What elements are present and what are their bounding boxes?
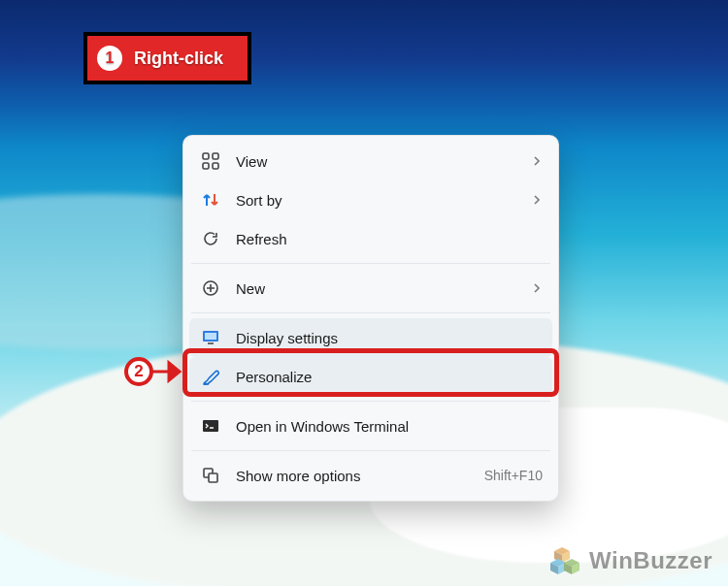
refresh-icon — [199, 227, 222, 250]
menu-item-show-more[interactable]: Show more options Shift+F10 — [189, 456, 552, 495]
menu-item-label: Display settings — [236, 330, 543, 346]
svg-rect-0 — [203, 153, 209, 159]
menu-item-label: Open in Windows Terminal — [236, 418, 543, 435]
annotation-step2: 2 — [124, 357, 188, 386]
menu-separator — [191, 401, 550, 402]
chevron-right-icon — [531, 280, 543, 297]
paintbrush-icon — [199, 365, 222, 388]
menu-separator — [191, 450, 550, 451]
svg-rect-3 — [213, 163, 218, 169]
menu-item-new[interactable]: New — [189, 269, 552, 308]
svg-rect-7 — [208, 342, 214, 344]
menu-item-view[interactable]: View — [189, 142, 552, 180]
menu-item-terminal[interactable]: Open in Windows Terminal — [189, 407, 552, 445]
annotation-step1-label: Right-click — [134, 49, 223, 69]
svg-rect-8 — [203, 420, 218, 432]
svg-rect-2 — [203, 163, 209, 169]
menu-separator — [191, 312, 550, 313]
watermark: WinBuzzer — [550, 545, 712, 576]
show-more-icon — [199, 464, 222, 487]
menu-item-label: Personalize — [236, 369, 543, 385]
display-settings-icon — [199, 326, 222, 349]
menu-item-label: View — [236, 153, 531, 170]
svg-rect-10 — [209, 473, 217, 482]
annotation-step2-badge: 2 — [124, 357, 153, 386]
menu-separator — [191, 263, 550, 264]
annotation-step1: 1 Right-click — [83, 32, 251, 84]
desktop-context-menu: View Sort by Refresh New Disp — [182, 135, 559, 502]
terminal-icon — [199, 414, 222, 438]
menu-item-label: Show more options — [236, 468, 484, 484]
plus-circle-icon — [199, 277, 222, 300]
grid-icon — [199, 149, 222, 173]
menu-item-refresh[interactable]: Refresh — [189, 219, 552, 258]
watermark-text: WinBuzzer — [589, 547, 712, 574]
sort-icon — [199, 188, 222, 212]
chevron-right-icon — [531, 192, 543, 209]
annotation-step1-badge: 1 — [97, 46, 122, 71]
menu-item-label: New — [236, 280, 531, 297]
menu-item-sort[interactable]: Sort by — [189, 180, 552, 219]
menu-item-label: Sort by — [236, 192, 531, 209]
chevron-right-icon — [531, 153, 543, 170]
annotation-arrow-icon — [151, 359, 188, 384]
svg-rect-6 — [205, 333, 216, 340]
menu-item-personalize[interactable]: Personalize — [189, 357, 552, 396]
menu-item-shortcut: Shift+F10 — [484, 468, 543, 483]
watermark-logo-icon — [550, 545, 581, 576]
menu-item-display-settings[interactable]: Display settings — [189, 318, 552, 357]
menu-item-label: Refresh — [236, 231, 543, 247]
svg-rect-1 — [213, 153, 218, 159]
